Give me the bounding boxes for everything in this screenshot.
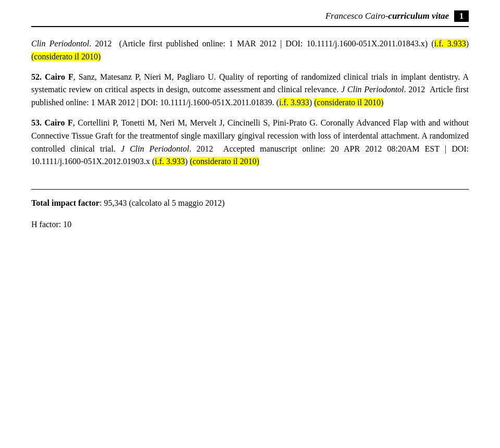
entry-51-text: Clin Periodontol. 2012 (Article first pu… [31,38,469,64]
impact-factor-52: i.f. 3.933 [279,98,309,107]
page-number: 1 [454,10,469,22]
entry-52: 52. Cairo F, Sanz, Matesanz P, Nieri M, … [31,71,469,109]
considerato-53: (considerato il 2010) [190,157,259,166]
considerato-51: (considerato il 2010) [31,52,101,61]
entry-53-text: 53. Cairo F, Cortellini P, Tonetti M, Ne… [31,117,469,168]
main-content: Clin Periodontol. 2012 (Article first pu… [31,38,469,231]
entry-51-text-part1: . 2012 (Article first published online: … [89,39,434,48]
entry-53: 53. Cairo F, Cortellini P, Tonetti M, Ne… [31,117,469,168]
entry-53-number: 53. [31,118,45,127]
page-header: Francesco Cairo-curriculum vitae 1 [31,10,469,27]
journal-name-52: J Clin Periodontol [341,85,404,94]
total-impact-bold-label: Total impact factor [31,198,99,207]
author-cairo-53: Cairo F [45,118,73,127]
h-factor-label: H factor: 10 [31,220,71,229]
author-cairo-52: Cairo F [45,72,73,81]
header-title-italic: Francesco Cairo-curriculum vitae [326,11,449,21]
header-title: Francesco Cairo-curriculum vitae [326,11,449,21]
journal-name-51: Clin Periodontol [31,39,89,48]
entry-52-text-part3: ) [309,98,314,107]
entry-51-text-part2: ) [466,39,469,48]
total-impact-label: Total impact factor: 95,343 (calcolato a… [31,198,224,207]
entry-52-text: 52. Cairo F, Sanz, Matesanz P, Nieri M, … [31,71,469,109]
h-factor-section: H factor: 10 [31,218,469,231]
impact-factor-53: i.f. 3.933 [155,157,185,166]
total-impact-value: : 95,343 (calcolato al 5 maggio 2012) [99,198,224,207]
impact-factor-51: i.f. 3.933 [434,39,466,48]
considerato-52: (considerato il 2010) [314,98,383,107]
total-impact-section: Total impact factor: 95,343 (calcolato a… [31,189,469,210]
entry-52-number: 52. [31,72,45,81]
entry-51-continued: Clin Periodontol. 2012 (Article first pu… [31,38,469,64]
journal-name-53: J Clin Periodontol [121,144,189,153]
